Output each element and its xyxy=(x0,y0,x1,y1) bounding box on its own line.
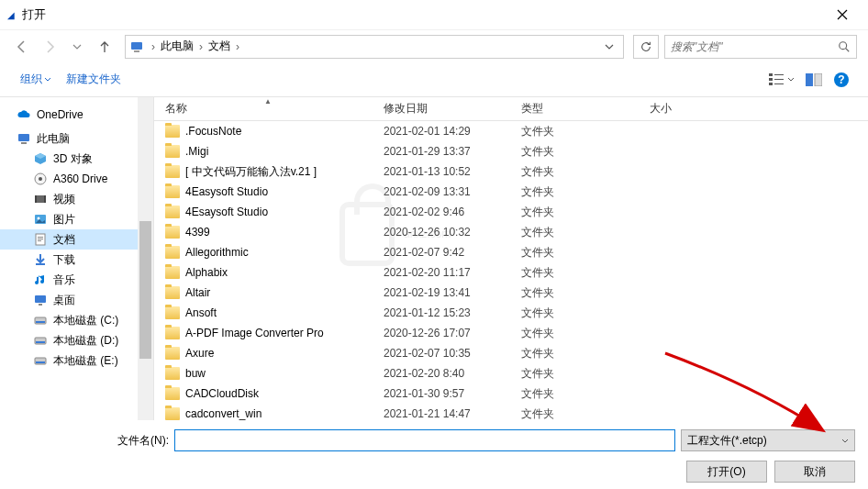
svg-rect-27 xyxy=(35,295,46,303)
sidebar-item[interactable]: 本地磁盘 (E:) xyxy=(0,350,153,371)
nav-forward-button[interactable] xyxy=(39,36,61,58)
view-button[interactable] xyxy=(763,70,800,90)
svg-rect-23 xyxy=(38,237,43,238)
file-row[interactable]: CADCloudDisk2021-01-30 9:57文件夹 xyxy=(154,383,868,404)
organize-button[interactable]: 组织 xyxy=(13,68,59,91)
file-date: 2021-02-02 9:46 xyxy=(384,206,521,218)
desktop-icon xyxy=(33,293,48,307)
sidebar: OneDrive此电脑3D 对象A360 Drive视频图片文档下载音乐桌面本地… xyxy=(0,97,154,420)
music-icon xyxy=(33,272,48,287)
file-row[interactable]: Alphabix2021-02-20 11:17文件夹 xyxy=(154,262,868,283)
file-type: 文件夹 xyxy=(521,245,650,261)
file-date: 2021-01-13 10:52 xyxy=(384,165,521,178)
file-row[interactable]: 43992020-12-26 10:32文件夹 xyxy=(154,222,868,242)
file-row[interactable]: Ansoft2021-01-12 15:23文件夹 xyxy=(154,303,868,323)
cloud-icon xyxy=(17,107,31,122)
nav-up-button[interactable] xyxy=(94,36,116,58)
nav-bar: › 此电脑 › 文档 › xyxy=(0,30,868,62)
filetype-select[interactable]: 工程文件(*.etcp) xyxy=(681,429,855,451)
column-type[interactable]: 类型 xyxy=(521,101,650,117)
file-date: 2021-01-21 14:47 xyxy=(384,407,521,420)
file-name-label: [ 中文代码万能输入法v.21 ] xyxy=(185,164,317,180)
file-name-label: 4399 xyxy=(185,226,210,239)
file-name-label: Alphabix xyxy=(185,266,228,279)
sidebar-item[interactable]: 本地磁盘 (D:) xyxy=(0,330,153,350)
scrollbar-thumb[interactable] xyxy=(139,221,151,359)
sidebar-item[interactable]: OneDrive xyxy=(0,105,153,125)
svg-rect-5 xyxy=(769,83,773,85)
file-date: 2021-01-29 13:37 xyxy=(384,145,521,158)
file-row[interactable]: Altair2021-02-19 13:41文件夹 xyxy=(154,283,868,303)
sidebar-scrollbar[interactable] xyxy=(138,97,153,420)
file-type: 文件夹 xyxy=(521,205,650,220)
svg-rect-18 xyxy=(35,195,37,203)
help-button[interactable]: ? xyxy=(828,68,855,92)
folder-icon xyxy=(165,306,180,319)
close-button[interactable] xyxy=(824,1,861,28)
file-type: 文件夹 xyxy=(521,366,650,382)
buttons-row: 打开(O) 取消 xyxy=(13,461,855,483)
svg-text:?: ? xyxy=(838,73,844,86)
file-name-label: Allegorithmic xyxy=(185,246,249,259)
pic-icon xyxy=(33,212,48,227)
file-type: 文件夹 xyxy=(521,225,650,240)
newfolder-button[interactable]: 新建文件夹 xyxy=(59,68,128,91)
sidebar-item[interactable]: 音乐 xyxy=(0,270,153,290)
refresh-button[interactable] xyxy=(633,35,659,59)
download-icon xyxy=(33,252,48,267)
breadcrumb-root[interactable]: 此电脑 xyxy=(159,39,195,54)
file-date: 2021-02-07 10:35 xyxy=(384,347,521,360)
sidebar-item[interactable]: 图片 xyxy=(0,209,153,229)
folder-icon xyxy=(165,407,180,420)
sidebar-item[interactable]: 文档 xyxy=(0,229,153,250)
file-type: 文件夹 xyxy=(521,164,650,180)
sidebar-item[interactable]: A360 Drive xyxy=(0,169,153,189)
folder-icon xyxy=(165,266,180,279)
file-row[interactable]: cadconvert_win2021-01-21 14:47文件夹 xyxy=(154,404,868,420)
nav-back-button[interactable] xyxy=(11,36,33,58)
file-row[interactable]: buw2021-02-20 8:40文件夹 xyxy=(154,363,868,383)
column-date[interactable]: 修改日期 xyxy=(384,101,521,117)
file-row[interactable]: A-PDF Image Converter Pro2020-12-26 17:0… xyxy=(154,323,868,343)
file-date: 2021-02-01 14:29 xyxy=(384,125,521,138)
folder-icon xyxy=(165,206,180,218)
preview-button[interactable] xyxy=(800,70,828,90)
cancel-button[interactable]: 取消 xyxy=(774,461,855,483)
svg-rect-1 xyxy=(134,50,139,52)
file-row[interactable]: [ 中文代码万能输入法v.21 ]2021-01-13 10:52文件夹 xyxy=(154,161,868,182)
pc-icon xyxy=(17,131,31,146)
sidebar-item[interactable]: 本地磁盘 (C:) xyxy=(0,310,153,330)
file-row[interactable]: 4Esaysoft Studio2021-02-02 9:46文件夹 xyxy=(154,202,868,222)
nav-recent-button[interactable] xyxy=(66,36,88,58)
file-row[interactable]: 4Easysoft Studio2021-02-09 13:31文件夹 xyxy=(154,182,868,202)
filename-input[interactable] xyxy=(174,429,675,451)
folder-icon xyxy=(165,367,180,380)
sort-indicator-icon: ▲ xyxy=(264,97,272,106)
filename-label: 文件名(N): xyxy=(13,433,169,449)
svg-rect-25 xyxy=(38,240,41,241)
search-box[interactable] xyxy=(664,35,857,59)
sidebar-item[interactable]: 下载 xyxy=(0,250,153,270)
sidebar-item[interactable]: 此电脑 xyxy=(0,128,153,149)
search-icon[interactable] xyxy=(838,40,851,53)
file-row[interactable]: .FocusNote2021-02-01 14:29文件夹 xyxy=(154,121,868,141)
breadcrumb[interactable]: › 此电脑 › 文档 › xyxy=(125,35,624,59)
column-size[interactable]: 大小 xyxy=(650,101,723,117)
breadcrumb-current[interactable]: 文档 xyxy=(206,39,232,54)
breadcrumb-sep-icon: › xyxy=(195,40,206,53)
chevron-down-icon xyxy=(72,44,82,50)
file-name-label: Altair xyxy=(185,286,210,299)
sidebar-item[interactable]: 桌面 xyxy=(0,290,153,310)
open-button[interactable]: 打开(O) xyxy=(686,461,767,483)
search-input[interactable] xyxy=(671,40,838,53)
refresh-icon xyxy=(640,40,652,53)
folder-icon xyxy=(165,145,180,158)
file-date: 2020-12-26 10:32 xyxy=(384,226,521,239)
file-row[interactable]: .Migi2021-01-29 13:37文件夹 xyxy=(154,141,868,161)
breadcrumb-dropdown[interactable] xyxy=(599,44,619,50)
file-name-label: buw xyxy=(185,367,206,380)
sidebar-item[interactable]: 3D 对象 xyxy=(0,149,153,169)
sidebar-item[interactable]: 视频 xyxy=(0,189,153,209)
file-row[interactable]: Allegorithmic2021-02-07 9:42文件夹 xyxy=(154,242,868,262)
file-row[interactable]: Axure2021-02-07 10:35文件夹 xyxy=(154,343,868,363)
